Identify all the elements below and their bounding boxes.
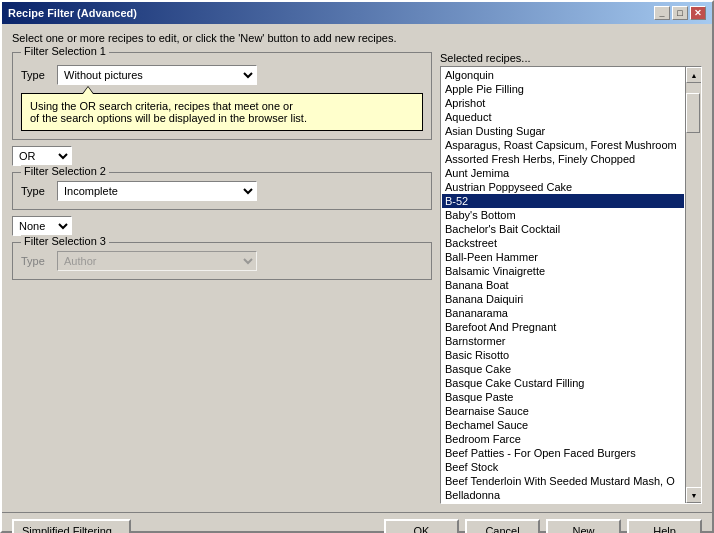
or-operator-select[interactable]: OR AND — [12, 146, 72, 166]
list-item[interactable]: Beef Patties - For Open Faced Burgers — [442, 446, 684, 460]
list-item[interactable]: Basque Cake Custard Filling — [442, 376, 684, 390]
list-item[interactable]: Austrian Poppyseed Cake — [442, 180, 684, 194]
right-panel: Selected recipes... AlgonquinApple Pie F… — [440, 52, 702, 504]
scroll-down-button[interactable]: ▼ — [686, 487, 702, 503]
window-title: Recipe Filter (Advanced) — [8, 7, 137, 19]
list-item[interactable]: Bedroom Farce — [442, 432, 684, 446]
main-area: Filter Selection 1 Type Without pictures… — [12, 52, 702, 504]
filter2-type-label: Type — [21, 185, 51, 197]
minimize-button[interactable]: _ — [654, 6, 670, 20]
instruction-text: Select one or more recipes to edit, or c… — [12, 32, 702, 44]
list-item[interactable]: Asparagus, Roast Capsicum, Forest Mushro… — [442, 138, 684, 152]
tooltip-box: Using the OR search criteria, recipes th… — [21, 93, 423, 131]
none-operator-select[interactable]: None AND OR — [12, 216, 72, 236]
scroll-up-button[interactable]: ▲ — [686, 67, 702, 83]
filter2-type-row: Type Incomplete Complete With pictures W… — [21, 181, 423, 201]
filter3-legend: Filter Selection 3 — [21, 235, 109, 247]
list-item[interactable]: Aunt Jemima — [442, 166, 684, 180]
title-bar-buttons: _ □ ✕ — [654, 6, 706, 20]
list-item[interactable]: Apple Pie Filling — [442, 82, 684, 96]
bottom-bar: Simplified Filtering... OK Cancel New He… — [2, 512, 712, 533]
none-row: None AND OR — [12, 216, 432, 236]
filter1-type-select[interactable]: Without pictures With pictures Complete … — [57, 65, 257, 85]
left-panel: Filter Selection 1 Type Without pictures… — [12, 52, 432, 504]
list-item[interactable]: Basic Risotto — [442, 348, 684, 362]
content-area: Select one or more recipes to edit, or c… — [2, 24, 712, 512]
filter1-type-label: Type — [21, 69, 51, 81]
list-item[interactable]: Banana Boat — [442, 278, 684, 292]
list-item[interactable]: B-52 — [442, 194, 684, 208]
scroll-track — [686, 83, 701, 487]
recipe-listbox[interactable]: AlgonquinApple Pie FillingAprishotAquedu… — [441, 67, 685, 503]
list-item[interactable]: Aqueduct — [442, 110, 684, 124]
list-item[interactable]: Belladonna — [442, 488, 684, 502]
selected-recipes-label: Selected recipes... — [440, 52, 702, 64]
simplified-filtering-button[interactable]: Simplified Filtering... — [12, 519, 131, 533]
list-item[interactable]: Aprishot — [442, 96, 684, 110]
list-item[interactable]: Beef Stock — [442, 460, 684, 474]
list-item[interactable]: Asian Dusting Sugar — [442, 124, 684, 138]
filter-selection-3: Filter Selection 3 Type Author — [12, 242, 432, 280]
list-item[interactable]: Barefoot And Pregnant — [442, 320, 684, 334]
main-window: Recipe Filter (Advanced) _ □ ✕ Select on… — [0, 0, 714, 533]
filter1-type-row: Type Without pictures With pictures Comp… — [21, 65, 423, 85]
action-buttons: OK Cancel New Help — [384, 519, 702, 533]
filter3-type-label: Type — [21, 255, 51, 267]
list-item[interactable]: Bearnaise Sauce — [442, 404, 684, 418]
recipe-list-container: AlgonquinApple Pie FillingAprishotAquedu… — [440, 66, 702, 504]
cancel-button[interactable]: Cancel — [465, 519, 540, 533]
list-item[interactable]: Assorted Fresh Herbs, Finely Chopped — [442, 152, 684, 166]
list-item[interactable]: Balsamic Vinaigrette — [442, 264, 684, 278]
list-item[interactable]: Basque Cake — [442, 362, 684, 376]
list-item[interactable]: Bachelor's Bait Cocktail — [442, 222, 684, 236]
list-item[interactable]: Ball-Peen Hammer — [442, 250, 684, 264]
help-button[interactable]: Help — [627, 519, 702, 533]
new-button[interactable]: New — [546, 519, 621, 533]
filter-selection-2: Filter Selection 2 Type Incomplete Compl… — [12, 172, 432, 210]
filter3-type-select[interactable]: Author — [57, 251, 257, 271]
list-item[interactable]: Backstreet — [442, 236, 684, 250]
filter1-legend: Filter Selection 1 — [21, 45, 109, 57]
list-item[interactable]: Baby's Bottom — [442, 208, 684, 222]
scroll-thumb[interactable] — [686, 93, 700, 133]
list-item[interactable]: Bechamel Sauce — [442, 418, 684, 432]
filter2-type-select[interactable]: Incomplete Complete With pictures Withou… — [57, 181, 257, 201]
filter3-type-row: Type Author — [21, 251, 423, 271]
filter-selection-1: Filter Selection 1 Type Without pictures… — [12, 52, 432, 140]
list-item[interactable]: Basque Paste — [442, 390, 684, 404]
list-item[interactable]: Banana Daiquiri — [442, 292, 684, 306]
close-button[interactable]: ✕ — [690, 6, 706, 20]
list-item[interactable]: Algonquin — [442, 68, 684, 82]
scrollbar: ▲ ▼ — [685, 67, 701, 503]
ok-button[interactable]: OK — [384, 519, 459, 533]
list-item[interactable]: Bananarama — [442, 306, 684, 320]
list-item[interactable]: Beef Tenderloin With Seeded Mustard Mash… — [442, 474, 684, 488]
maximize-button[interactable]: □ — [672, 6, 688, 20]
list-item[interactable]: Barnstormer — [442, 334, 684, 348]
filter2-legend: Filter Selection 2 — [21, 165, 109, 177]
tooltip-text: Using the OR search criteria, recipes th… — [30, 100, 307, 124]
or-row: OR AND — [12, 146, 432, 166]
title-bar: Recipe Filter (Advanced) _ □ ✕ — [2, 2, 712, 24]
